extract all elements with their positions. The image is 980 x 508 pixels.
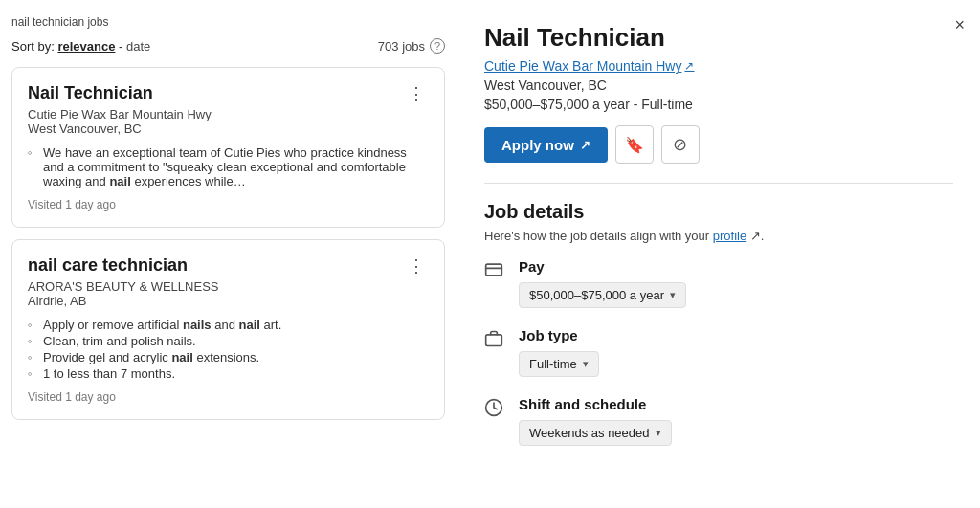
- sort-bar: Sort by: relevance - date 703 jobs ?: [11, 38, 445, 54]
- detail-job-title: Nail Technician: [484, 23, 953, 53]
- schedule-chip-value: Weekends as needed: [529, 426, 650, 440]
- job-card-1[interactable]: Nail Technician Cutie Pie Wax Bar Mounta…: [11, 67, 445, 228]
- job-card-2-bullets: Apply or remove artificial nails and nai…: [28, 318, 429, 381]
- save-job-button[interactable]: 🔖: [615, 125, 654, 164]
- sort-date[interactable]: date: [126, 39, 150, 54]
- pay-chip[interactable]: $50,000–$75,000 a year ▾: [519, 282, 686, 308]
- job-card-2-visited: Visited 1 day ago: [28, 390, 429, 404]
- job-card-1-bullets: We have an exceptional team of Cutie Pie…: [28, 145, 429, 188]
- job-card-1-menu-icon[interactable]: ⋮: [404, 83, 429, 104]
- schedule-chevron-icon: ▾: [656, 427, 661, 439]
- list-item: Provide gel and acrylic nail extensions.: [28, 350, 429, 364]
- job-type-content: Job type Full-time ▾: [519, 327, 953, 377]
- pay-section: Pay $50,000–$75,000 a year ▾: [484, 258, 953, 308]
- profile-period: ↗.: [750, 229, 765, 243]
- left-panel: nail technician jobs Sort by: relevance …: [0, 0, 457, 508]
- job-card-1-title-block: Nail Technician Cutie Pie Wax Bar Mounta…: [28, 83, 212, 145]
- job-type-chip[interactable]: Full-time ▾: [519, 351, 599, 377]
- job-card-2-title-block: nail care technician ARORA'S BEAUTY & WE…: [28, 255, 218, 318]
- schedule-label: Shift and schedule: [519, 396, 953, 412]
- schedule-content: Shift and schedule Weekends as needed ▾: [519, 396, 953, 446]
- sort-bar-left: Sort by: relevance - date: [11, 39, 150, 54]
- sort-sep: -: [115, 39, 126, 54]
- schedule-icon: [484, 398, 505, 421]
- job-type-icon: [484, 329, 505, 352]
- pay-content: Pay $50,000–$75,000 a year ▾: [519, 258, 953, 308]
- detail-company-name: Cutie Pie Wax Bar Mountain Hwy: [484, 58, 681, 74]
- job-card-1-visited: Visited 1 day ago: [28, 198, 429, 211]
- external-link-icon: ↗: [684, 59, 694, 73]
- apply-external-icon: ↗: [580, 138, 590, 152]
- job-card-2-location: Airdrie, AB: [28, 294, 218, 308]
- job-card-2-menu-icon[interactable]: ⋮: [404, 255, 429, 276]
- sort-prefix: Sort by:: [11, 39, 57, 54]
- list-item: 1 to less than 7 months.: [28, 366, 429, 381]
- not-interested-icon: ⊘: [673, 134, 687, 155]
- action-buttons: Apply now ↗ 🔖 ⊘: [484, 125, 953, 164]
- profile-text: Here's how the job details align with yo…: [484, 229, 709, 243]
- right-panel: × Nail Technician Cutie Pie Wax Bar Moun…: [457, 0, 980, 508]
- apply-now-button[interactable]: Apply now ↗: [484, 127, 608, 163]
- breadcrumb: nail technician jobs: [11, 15, 445, 29]
- job-card-1-header: Nail Technician Cutie Pie Wax Bar Mounta…: [28, 83, 429, 145]
- svg-rect-2: [486, 335, 502, 346]
- job-card-2-header: nail care technician ARORA'S BEAUTY & WE…: [28, 255, 429, 318]
- job-card-2-title: nail care technician: [28, 255, 218, 276]
- pay-label: Pay: [519, 258, 953, 275]
- job-count: 703 jobs: [378, 39, 425, 54]
- bookmark-icon: 🔖: [625, 136, 644, 154]
- profile-alignment-line: Here's how the job details align with yo…: [484, 229, 953, 243]
- profile-link[interactable]: profile: [713, 229, 746, 243]
- job-card-1-company: Cutie Pie Wax Bar Mountain Hwy: [28, 107, 212, 121]
- pay-chevron-icon: ▾: [670, 289, 676, 301]
- sort-bar-right: 703 jobs ?: [378, 38, 445, 54]
- job-type-label: Job type: [519, 327, 953, 343]
- help-icon[interactable]: ?: [430, 38, 445, 54]
- pay-icon: [484, 260, 505, 283]
- job-card-2[interactable]: nail care technician ARORA'S BEAUTY & WE…: [11, 239, 445, 420]
- divider-1: [484, 183, 953, 184]
- job-type-chevron-icon: ▾: [583, 358, 589, 370]
- list-item: Clean, trim and polish nails.: [28, 334, 429, 348]
- sort-relevance[interactable]: relevance: [57, 39, 115, 54]
- job-type-section: Job type Full-time ▾: [484, 327, 953, 377]
- close-button[interactable]: ×: [954, 15, 965, 35]
- schedule-section: Shift and schedule Weekends as needed ▾: [484, 396, 953, 446]
- apply-now-label: Apply now: [501, 137, 574, 153]
- job-card-2-company: ARORA'S BEAUTY & WELLNESS: [28, 279, 218, 294]
- detail-salary-type: $50,000–$75,000 a year - Full-time: [484, 97, 953, 112]
- job-card-1-location: West Vancouver, BC: [28, 121, 212, 136]
- job-details-heading: Job details: [484, 201, 953, 223]
- schedule-chip[interactable]: Weekends as needed ▾: [519, 420, 672, 446]
- list-item: Apply or remove artificial nails and nai…: [28, 318, 429, 332]
- pay-chip-value: $50,000–$75,000 a year: [529, 288, 664, 302]
- detail-location: West Vancouver, BC: [484, 77, 953, 93]
- not-interested-button[interactable]: ⊘: [661, 125, 700, 164]
- job-card-1-title: Nail Technician: [28, 83, 212, 103]
- svg-rect-0: [486, 264, 502, 276]
- detail-company-link[interactable]: Cutie Pie Wax Bar Mountain Hwy ↗: [484, 58, 694, 74]
- list-item: We have an exceptional team of Cutie Pie…: [28, 145, 429, 188]
- job-type-chip-value: Full-time: [529, 357, 577, 371]
